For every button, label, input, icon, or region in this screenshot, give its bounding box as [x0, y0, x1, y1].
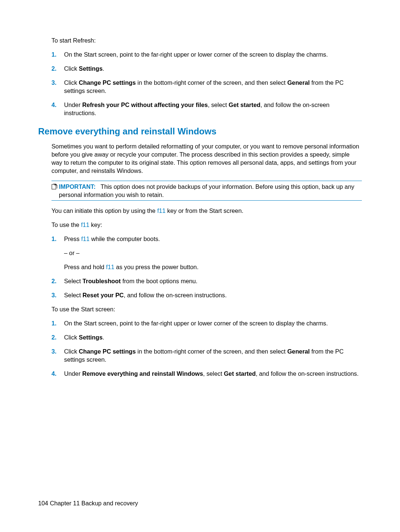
ordered-list-a: 1. On the Start screen, point to the far…: [51, 50, 362, 117]
list-item: 3. Select Reset your PC, and follow the …: [51, 291, 362, 299]
list-item: 2. Select Troubleshoot from the boot opt…: [51, 277, 362, 285]
list-number: 4.: [51, 101, 64, 117]
section-remove-reinstall: Sometimes you want to perform detailed r…: [51, 142, 362, 378]
body-paragraph: To use the Start screen:: [51, 305, 362, 313]
key-f11: f11: [81, 221, 90, 228]
list-item: 1. On the Start screen, point to the far…: [51, 319, 362, 327]
list-number: 1.: [51, 50, 64, 58]
body-paragraph: Sometimes you want to perform detailed r…: [51, 142, 362, 175]
section-refresh-steps: To start Refresh: 1. On the Start screen…: [51, 36, 362, 117]
list-number: 3.: [51, 78, 64, 95]
list-text: Press f11 while the computer boots. – or…: [64, 235, 362, 271]
list-number: 2.: [51, 277, 64, 285]
list-number: 1.: [51, 235, 64, 271]
page-content: To start Refresh: 1. On the Start screen…: [0, 0, 400, 398]
list-text: Click Change PC settings in the bottom-r…: [64, 347, 362, 364]
list-item: 4. Under Remove everything and reinstall…: [51, 369, 362, 378]
list-item: 4. Under Refresh your PC without affecti…: [51, 101, 362, 117]
list-text: Select Reset your PC, and follow the on-…: [64, 291, 362, 299]
page-number: 104: [38, 500, 48, 506]
list-text: Under Remove everything and reinstall Wi…: [64, 369, 362, 378]
important-text: IMPORTANT: This option does not provide …: [59, 183, 362, 199]
important-icon: [51, 183, 59, 199]
list-text: On the Start screen, point to the far-ri…: [64, 50, 362, 58]
list-text: Click Settings.: [64, 333, 362, 341]
body-paragraph: You can initiate this option by using th…: [51, 207, 362, 215]
key-f11: f11: [106, 264, 114, 270]
important-label: IMPORTANT:: [59, 183, 96, 190]
list-item: 2. Click Settings.: [51, 333, 362, 341]
list-number: 2.: [51, 333, 64, 341]
list-text: Under Refresh your PC without affecting …: [64, 101, 362, 117]
list-text: Click Change PC settings in the bottom-r…: [64, 78, 362, 95]
list-number: 3.: [51, 291, 64, 299]
list-item: 1. Press f11 while the computer boots. –…: [51, 235, 362, 271]
section-heading: Remove everything and reinstall Windows: [38, 126, 362, 137]
list-item: 3. Click Change PC settings in the botto…: [51, 347, 362, 364]
ordered-list-c: 1. On the Start screen, point to the far…: [51, 319, 362, 378]
chapter-title: Chapter 11 Backup and recovery: [50, 500, 138, 506]
list-item: 2. Click Settings.: [51, 64, 362, 73]
ordered-list-b: 1. Press f11 while the computer boots. –…: [51, 235, 362, 299]
page-footer: 104 Chapter 11 Backup and recovery: [38, 500, 138, 507]
intro-text: To start Refresh:: [51, 36, 362, 44]
important-note: IMPORTANT: This option does not provide …: [51, 181, 362, 201]
list-item: 3. Click Change PC settings in the botto…: [51, 78, 362, 95]
list-number: 4.: [51, 369, 64, 378]
list-number: 1.: [51, 319, 64, 327]
list-text: Click Settings.: [64, 64, 362, 73]
list-number: 2.: [51, 64, 64, 73]
list-number: 3.: [51, 347, 64, 364]
key-f11: f11: [81, 235, 90, 242]
list-item: 1. On the Start screen, point to the far…: [51, 50, 362, 58]
list-text: Select Troubleshoot from the boot option…: [64, 277, 362, 285]
key-f11: f11: [157, 207, 166, 214]
list-text: On the Start screen, point to the far-ri…: [64, 319, 362, 327]
body-paragraph: To use the f11 key:: [51, 221, 362, 229]
